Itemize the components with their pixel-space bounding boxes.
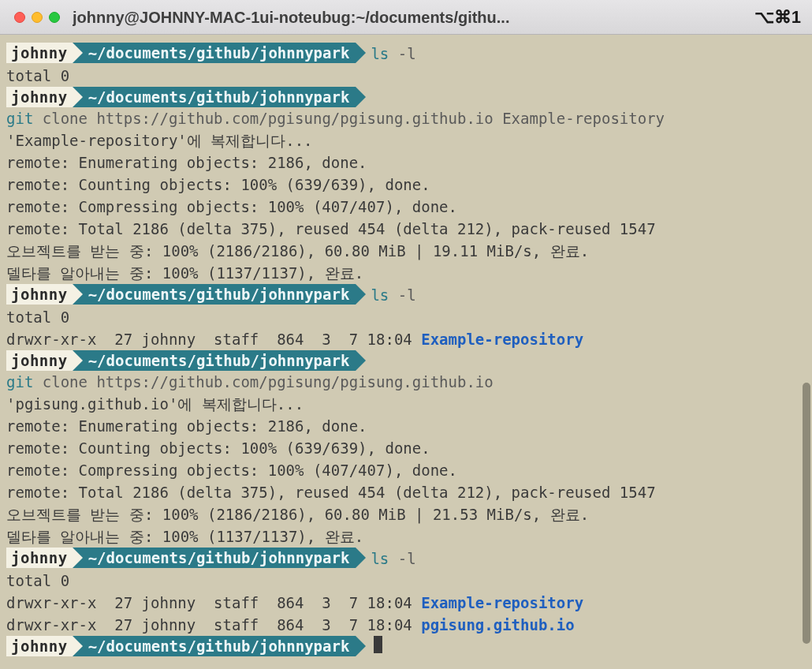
output-line: remote: Counting objects: 100% (639/639)… (6, 437, 806, 459)
prompt-line: johnny~/documents/github/johnnyparkgit c… (6, 87, 806, 129)
prompt-arrow-icon (356, 284, 366, 305)
output-line: remote: Compressing objects: 100% (407/4… (6, 459, 806, 481)
minimize-window-button[interactable] (32, 12, 43, 23)
output-line: total 0 (6, 306, 806, 328)
output-line: remote: Counting objects: 100% (639/639)… (6, 174, 806, 196)
ls-line: drwxr-xr-x 27 johnny staff 864 3 7 18:04… (6, 592, 806, 614)
prompt-line: johnny~/documents/github/johnnyparkls -l (6, 43, 806, 65)
output-line: remote: Compressing objects: 100% (407/4… (6, 196, 806, 218)
prompt-user: johnny (6, 43, 73, 63)
window-title: johnny@JOHNNY-MAC-1ui-noteubug:~/documen… (73, 6, 745, 28)
prompt-path: ~/documents/github/johnnypark (73, 284, 356, 305)
output-line: 델타를 알아내는 중: 100% (1137/1137), 완료. (6, 525, 806, 548)
prompt-line: johnny~/documents/github/johnnyparkgit c… (6, 350, 806, 393)
ls-line: drwxr-xr-x 27 johnny staff 864 3 7 18:04… (6, 328, 806, 350)
prompt-user: johnny (6, 284, 73, 305)
terminal-area[interactable]: johnny~/documents/github/johnnyparkls -l… (0, 35, 812, 664)
prompt-user: johnny (6, 548, 73, 568)
directory-name: Example-repository (421, 331, 583, 348)
output-line: 'pgisung.github.io'에 복제합니다... (6, 393, 806, 415)
prompt-line: johnny~/documents/github/johnnypark (6, 636, 806, 658)
window-shortcut-hint: ⌥⌘1 (754, 6, 801, 28)
output-line: remote: Enumerating objects: 2186, done. (6, 151, 806, 174)
command-text: ls -l (371, 43, 415, 65)
close-window-button[interactable] (14, 12, 25, 23)
prompt-arrow-icon (356, 87, 366, 107)
prompt-arrow-icon (73, 636, 83, 656)
prompt-arrow-icon (73, 548, 83, 568)
prompt-user: johnny (6, 350, 73, 371)
directory-name: pgisung.github.io (421, 616, 574, 633)
prompt-user: johnny (6, 636, 73, 656)
output-line: remote: Enumerating objects: 2186, done. (6, 415, 806, 437)
command-text: ls -l (371, 284, 415, 306)
scrollbar[interactable] (803, 41, 810, 663)
window-titlebar: johnny@JOHNNY-MAC-1ui-noteubug:~/documen… (0, 0, 812, 35)
scrollbar-thumb[interactable] (803, 383, 810, 644)
cursor-icon (374, 636, 382, 653)
prompt-arrow-icon (356, 43, 366, 63)
prompt-arrow-icon (356, 350, 366, 371)
prompt-arrow-icon (73, 284, 83, 305)
output-line: remote: Total 2186 (delta 375), reused 4… (6, 481, 806, 503)
output-line: remote: Total 2186 (delta 375), reused 4… (6, 218, 806, 240)
ls-line: drwxr-xr-x 27 johnny staff 864 3 7 18:04… (6, 614, 806, 636)
output-line: 오브젝트를 받는 중: 100% (2186/2186), 60.80 MiB … (6, 503, 806, 525)
prompt-arrow-icon (356, 636, 366, 656)
prompt-line: johnny~/documents/github/johnnyparkls -l (6, 548, 806, 570)
traffic-lights (14, 12, 60, 23)
output-line: 'Example-repository'에 복제합니다... (6, 129, 806, 151)
output-line: total 0 (6, 65, 806, 87)
command-text: git clone https://github.com/pgisung/pgi… (6, 371, 494, 393)
prompt-line: johnny~/documents/github/johnnyparkls -l (6, 284, 806, 306)
prompt-arrow-icon (73, 350, 83, 371)
prompt-path: ~/documents/github/johnnypark (73, 350, 356, 371)
prompt-arrow-icon (73, 43, 83, 63)
prompt-path: ~/documents/github/johnnypark (73, 87, 356, 107)
prompt-arrow-icon (73, 87, 83, 107)
output-line: 델타를 알아내는 중: 100% (1137/1137), 완료. (6, 262, 806, 284)
command-text: git clone https://github.com/pgisung/pgi… (6, 107, 665, 129)
command-text: ls -l (371, 548, 415, 570)
output-line: 오브젝트를 받는 중: 100% (2186/2186), 60.80 MiB … (6, 240, 806, 262)
directory-name: Example-repository (421, 594, 583, 611)
prompt-path: ~/documents/github/johnnypark (73, 43, 356, 63)
prompt-arrow-icon (356, 548, 366, 568)
prompt-path: ~/documents/github/johnnypark (73, 548, 356, 568)
prompt-user: johnny (6, 87, 73, 107)
prompt-path: ~/documents/github/johnnypark (73, 636, 356, 656)
output-line: total 0 (6, 570, 806, 592)
zoom-window-button[interactable] (49, 12, 60, 23)
